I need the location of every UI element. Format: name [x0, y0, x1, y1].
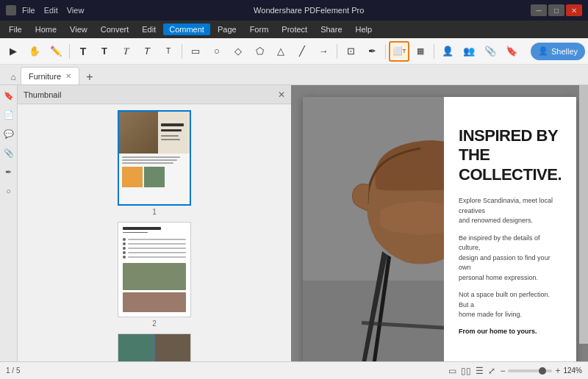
highlight-area-btn[interactable]: ⊡: [340, 41, 361, 62]
callout-btn[interactable]: ▦: [410, 41, 431, 62]
edit-tool-btn[interactable]: ✏️: [46, 41, 66, 62]
profile-icon: 👤: [538, 46, 548, 56]
tab-close-btn[interactable]: ✕: [65, 72, 71, 80]
select-tool-btn[interactable]: ▶: [3, 41, 24, 62]
thumb-num-2: 2: [152, 320, 157, 328]
text-box-btn[interactable]: ⬜T: [389, 41, 409, 62]
strip-comment-icon[interactable]: 💬: [1, 126, 16, 141]
text-tool-btn[interactable]: T: [73, 41, 93, 62]
fit-width-icon[interactable]: ⤢: [488, 366, 495, 376]
diamond-tool-btn[interactable]: ◇: [228, 41, 248, 62]
tool-group-shapes: ▭ ○ ◇ ⬠ △ ╱ →: [185, 41, 334, 62]
close-button[interactable]: ✕: [566, 4, 582, 16]
zoom-control: − + 124%: [500, 366, 582, 376]
zoom-in-btn[interactable]: +: [555, 366, 560, 376]
page-info: 1 / 5: [6, 367, 20, 375]
text5-tool-btn[interactable]: T: [158, 41, 179, 62]
hand-tool-btn[interactable]: ✋: [24, 41, 45, 62]
pdf-body-3: Not a space built on perfection. But a h…: [459, 290, 562, 320]
text2-tool-btn[interactable]: T: [94, 41, 115, 62]
strip-page-icon[interactable]: 📄: [1, 107, 16, 122]
thumb-img-1: [118, 110, 191, 206]
new-tab-btn[interactable]: +: [82, 70, 97, 84]
title-bar: File Edit View Wondershare PDFelement Pr…: [0, 0, 588, 21]
strip-sign-icon[interactable]: ✒: [1, 165, 16, 179]
profile-name: Shelley: [551, 47, 578, 56]
thumbnail-panel: Thumbnail ✕: [18, 85, 291, 361]
menu-page[interactable]: Page: [212, 24, 243, 35]
tool-group-comment: ⬜T ▦: [389, 41, 431, 62]
tool-group-selection: ▶ ✋ ✏️: [3, 41, 66, 62]
status-right: ▭ ▯▯ ☰ ⤢ − + 124%: [448, 366, 582, 376]
sep5: [434, 44, 434, 59]
rect-tool-btn[interactable]: ▭: [185, 41, 206, 62]
line-tool-btn[interactable]: ╱: [292, 41, 312, 62]
profile-button[interactable]: 👤 Shelley: [531, 43, 585, 60]
menu-help[interactable]: Help: [350, 24, 379, 35]
scroll-icon[interactable]: ☰: [476, 366, 484, 376]
text4-tool-btn[interactable]: T: [137, 41, 157, 62]
triangle-tool-btn[interactable]: △: [270, 41, 291, 62]
menu-file[interactable]: File: [19, 6, 38, 15]
strip-bookmark-icon[interactable]: 🔖: [1, 88, 16, 103]
pencil-tool-btn[interactable]: ✒: [362, 41, 382, 62]
app-icon: [6, 5, 16, 15]
tool-group-other: 👤 👥 📎 🔖: [437, 41, 522, 62]
thumb-item-2[interactable]: 2: [24, 222, 285, 328]
pdf-page: INSPIRED BY THE COLLECTIVE. Explore Scan…: [303, 97, 576, 361]
thumbnail-title: Thumbnail: [24, 90, 61, 99]
user-tool-btn[interactable]: 👤: [437, 41, 458, 62]
thumbnail-close-btn[interactable]: ✕: [278, 90, 285, 100]
menu-view[interactable]: View: [64, 24, 93, 35]
pdf-body-2: Be inspired by the details of culture, d…: [459, 234, 562, 284]
tool-group-text: T T 𝑇 T T: [73, 41, 179, 62]
left-strip: 🔖 📄 💬 📎 ✒ ○: [0, 85, 18, 361]
thumb-img-3: [118, 333, 191, 361]
window-controls: ─ □ ✕: [531, 4, 582, 16]
status-left: 1 / 5: [6, 367, 20, 375]
menu-protect[interactable]: Protect: [276, 24, 313, 35]
maximize-button[interactable]: □: [548, 4, 564, 16]
strip-attach-icon[interactable]: 📎: [1, 145, 16, 160]
thumb-img-2: [118, 222, 191, 317]
tab-bar: ⌂ Furniture ✕ +: [0, 65, 588, 85]
users-tool-btn[interactable]: 👥: [459, 41, 479, 62]
zoom-slider[interactable]: [508, 369, 552, 372]
menu-file[interactable]: File: [3, 24, 28, 35]
text3-tool-btn[interactable]: 𝑇: [115, 41, 136, 62]
menu-home[interactable]: Home: [29, 24, 62, 35]
strip-circle-icon[interactable]: ○: [1, 184, 16, 198]
pdf-area: INSPIRED BY THE COLLECTIVE. Explore Scan…: [291, 85, 588, 361]
zoom-out-btn[interactable]: −: [500, 366, 505, 376]
thumb-item-1[interactable]: 1: [24, 110, 285, 216]
thumbnail-list: 1: [18, 104, 291, 361]
menu-edit[interactable]: Edit: [136, 24, 162, 35]
menu-form[interactable]: Form: [244, 24, 275, 35]
arrow-tool-btn[interactable]: →: [313, 41, 334, 62]
menu-bar: File Home View Convert Edit Comment Page…: [0, 21, 588, 38]
circle-tool-btn[interactable]: ○: [207, 41, 227, 62]
sep4: [385, 44, 386, 59]
document-tab[interactable]: Furniture ✕: [21, 67, 79, 84]
menu-share[interactable]: Share: [315, 24, 348, 35]
main-area: 🔖 📄 💬 📎 ✒ ○ Thumbnail ✕: [0, 85, 588, 361]
double-page-icon[interactable]: ▯▯: [461, 366, 471, 376]
attach-tool-btn[interactable]: 📎: [480, 41, 501, 62]
menu-view-tb[interactable]: View: [64, 6, 87, 15]
pdf-body-1: Explore Scandinavia, meet local creative…: [459, 196, 562, 226]
home-tab-icon[interactable]: ⌂: [6, 70, 21, 84]
right-scrollbar[interactable]: [579, 85, 588, 344]
pentagon-tool-btn[interactable]: ⬠: [249, 41, 270, 62]
thumbnail-header: Thumbnail ✕: [18, 85, 291, 104]
single-page-icon[interactable]: ▭: [448, 366, 456, 376]
pdf-text-area: INSPIRED BY THE COLLECTIVE. Explore Scan…: [444, 97, 576, 361]
menu-comment[interactable]: Comment: [163, 24, 210, 35]
stamp-tool-btn[interactable]: 🔖: [501, 41, 522, 62]
minimize-button[interactable]: ─: [531, 4, 547, 16]
toolbar: ▶ ✋ ✏️ T T 𝑇 T T ▭ ○ ◇ ⬠ △ ╱ → ⊡ ✒ ⬜T ▦ …: [0, 38, 588, 65]
pdf-main-title: INSPIRED BY THE COLLECTIVE.: [459, 126, 562, 184]
menu-edit-tb[interactable]: Edit: [41, 6, 61, 15]
menu-convert[interactable]: Convert: [95, 24, 135, 35]
thumb-item-3[interactable]: 3: [24, 333, 285, 361]
sep3: [337, 44, 337, 59]
